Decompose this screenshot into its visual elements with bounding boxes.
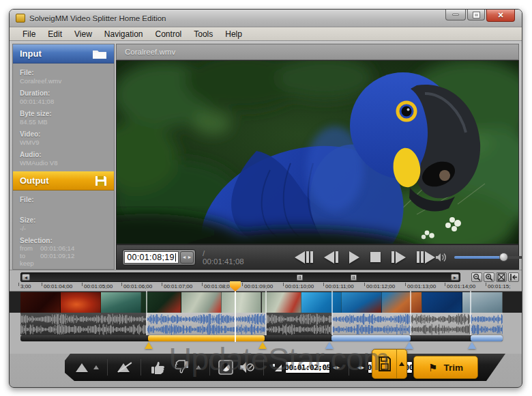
ruler-label: 00:01:08;0 — [204, 283, 230, 289]
input-video-label: Video: — [20, 130, 107, 138]
close-button[interactable]: ✕ — [486, 10, 515, 22]
add-marker-dropdown[interactable] — [93, 365, 99, 369]
begin-time-input[interactable]: 00:01:02;05 — [285, 361, 330, 373]
cut-fragment-dropdown[interactable] — [196, 365, 201, 369]
selection-marker-yellow[interactable] — [258, 342, 267, 349]
thumbnail[interactable] — [262, 292, 302, 313]
speaker-icon — [435, 253, 447, 262]
volume-knob[interactable] — [499, 253, 508, 261]
text-cursor — [175, 253, 176, 261]
menu-control[interactable]: Control — [149, 28, 188, 40]
menu-navigation[interactable]: Navigation — [98, 28, 149, 40]
thumbnail[interactable] — [422, 292, 462, 313]
stop-button[interactable] — [370, 252, 381, 262]
zoom-out-icon — [473, 273, 481, 281]
selection-bar-blue[interactable] — [331, 335, 411, 341]
timeline-scrollbar[interactable]: ◄ ► — [20, 272, 460, 282]
scroll-grip-left[interactable] — [297, 274, 303, 281]
thumbnail[interactable] — [101, 292, 141, 313]
stop-icon — [370, 252, 381, 262]
selection-from-value: 00:01:06;14 — [40, 244, 74, 252]
save-dropdown-button[interactable] — [397, 350, 407, 378]
volume-slider[interactable] — [454, 256, 522, 259]
thumbnail[interactable] — [181, 292, 222, 313]
ruler-label: 00:01:07;00 — [164, 283, 192, 289]
waveform-segment[interactable] — [20, 313, 147, 335]
thumbnail[interactable] — [222, 292, 262, 313]
fit-timeline-button[interactable] — [496, 272, 507, 282]
frame-step-buttons[interactable]: ◄► — [180, 251, 194, 264]
next-clip-button[interactable] — [417, 251, 435, 264]
app-icon — [16, 14, 25, 23]
add-marker-icon — [76, 363, 88, 372]
waveform-segment[interactable] — [471, 313, 503, 335]
goto-marker-icon — [509, 273, 518, 281]
waveform-segment[interactable] — [411, 313, 471, 335]
selection-marker-yellow[interactable] — [145, 342, 153, 349]
zoom-in-button[interactable] — [484, 272, 494, 282]
selection-bar-blue[interactable] — [471, 335, 503, 341]
thumbnail[interactable] — [462, 292, 503, 313]
goto-marker-button[interactable] — [508, 272, 519, 282]
save-button[interactable] — [372, 350, 397, 378]
ruler-label: 00:01:05;00 — [84, 283, 113, 289]
prev-clip-button[interactable] — [295, 251, 313, 264]
menu-tools[interactable]: Tools — [188, 28, 219, 40]
playback-controls: 00:01:08;19 ◄► / 00:01:41;08 — [116, 244, 519, 270]
selection-marker-blue[interactable] — [405, 342, 413, 349]
cut-fragment-button[interactable] — [173, 360, 190, 375]
ruler-tick — [82, 283, 83, 286]
menu-edit[interactable]: Edit — [42, 28, 68, 40]
begin-step-arrows[interactable]: ◂▸ — [333, 364, 340, 371]
menu-file[interactable]: File — [16, 28, 42, 40]
menu-view[interactable]: View — [68, 28, 98, 40]
waveform-segment[interactable] — [266, 313, 332, 335]
mute-icon — [239, 360, 255, 374]
selection-marker-blue[interactable] — [468, 342, 476, 349]
thumbs-down-icon — [173, 360, 190, 375]
thumbnail[interactable] — [301, 292, 342, 313]
thumbnail[interactable] — [382, 292, 422, 313]
thumbnail[interactable] — [61, 292, 101, 313]
ruler-tick — [486, 283, 486, 286]
invert-selection-button[interactable] — [218, 360, 233, 375]
timeline-ruler[interactable]: 3;0000:01:04;0000:01:05;0000:01:06;0000:… — [10, 282, 522, 291]
play-button[interactable] — [349, 251, 359, 264]
minimize-button[interactable] — [445, 10, 466, 20]
scroll-left-arrow[interactable]: ◄ — [22, 274, 30, 281]
scroll-grip-right[interactable] — [351, 274, 357, 281]
input-info: File:Coralreef.wmv Duration:00:01:41;08 … — [13, 63, 114, 167]
selection-marker-blue[interactable] — [325, 342, 334, 349]
step-back-button[interactable] — [324, 251, 338, 264]
position-input[interactable]: 00:01:08;19 — [124, 251, 179, 264]
keep-fragment-button[interactable] — [149, 360, 167, 375]
save-floppy-icon — [378, 356, 391, 372]
thumbnail[interactable] — [342, 292, 382, 313]
output-panel-header[interactable]: Output — [13, 171, 114, 190]
invert-selection-icon — [218, 360, 233, 375]
video-frame[interactable] — [116, 60, 519, 244]
zoom-out-button[interactable] — [471, 272, 482, 282]
waveform-segment[interactable] — [332, 313, 411, 335]
restore-button[interactable] — [467, 10, 485, 20]
trim-button[interactable]: ⚑ Trim — [413, 356, 478, 379]
scroll-right-arrow[interactable]: ► — [451, 274, 459, 281]
menu-help[interactable]: Help — [219, 28, 248, 40]
mute-audio-button[interactable] — [239, 360, 255, 374]
step-forward-button[interactable] — [391, 251, 406, 264]
title-bar[interactable]: SolveigMM Video Splitter Home Edition ✕ — [10, 10, 522, 27]
selection-to-label: to — [20, 252, 40, 259]
save-split-button[interactable] — [372, 349, 407, 379]
selection-bar-yellow[interactable] — [148, 335, 265, 341]
add-marker-button[interactable] — [76, 363, 88, 372]
waveform-graph — [411, 313, 471, 335]
thumbnail[interactable] — [20, 292, 61, 313]
output-panel-title: Output — [20, 175, 49, 186]
input-audio-label: Audio: — [20, 151, 107, 158]
end-step-arrows[interactable]: ◂▸ — [357, 364, 365, 371]
ruler-label: 00:01:14;00 — [447, 283, 475, 289]
ruler-tick — [121, 283, 122, 286]
remove-marker-button[interactable] — [116, 361, 132, 373]
waveform-segment[interactable] — [147, 313, 266, 335]
input-panel-header[interactable]: Input — [13, 44, 114, 63]
